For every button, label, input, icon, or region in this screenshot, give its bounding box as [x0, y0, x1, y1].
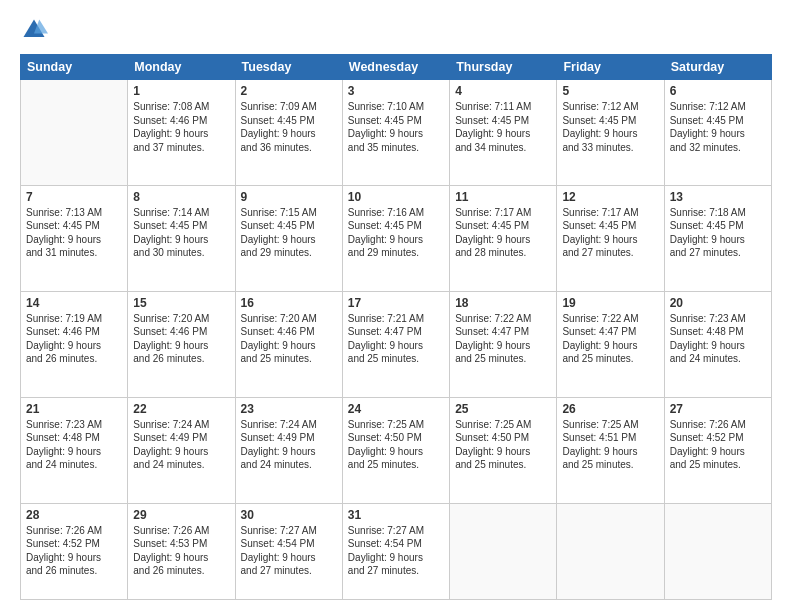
calendar-cell: 31Sunrise: 7:27 AM Sunset: 4:54 PM Dayli…	[342, 503, 449, 599]
calendar-cell: 23Sunrise: 7:24 AM Sunset: 4:49 PM Dayli…	[235, 397, 342, 503]
day-info: Sunrise: 7:16 AM Sunset: 4:45 PM Dayligh…	[348, 206, 444, 260]
calendar-cell: 30Sunrise: 7:27 AM Sunset: 4:54 PM Dayli…	[235, 503, 342, 599]
day-number: 3	[348, 84, 444, 98]
day-number: 23	[241, 402, 337, 416]
calendar-cell: 3Sunrise: 7:10 AM Sunset: 4:45 PM Daylig…	[342, 80, 449, 186]
day-info: Sunrise: 7:22 AM Sunset: 4:47 PM Dayligh…	[562, 312, 658, 366]
day-info: Sunrise: 7:26 AM Sunset: 4:52 PM Dayligh…	[670, 418, 766, 472]
calendar-cell: 11Sunrise: 7:17 AM Sunset: 4:45 PM Dayli…	[450, 185, 557, 291]
day-info: Sunrise: 7:20 AM Sunset: 4:46 PM Dayligh…	[241, 312, 337, 366]
day-number: 17	[348, 296, 444, 310]
calendar-cell: 5Sunrise: 7:12 AM Sunset: 4:45 PM Daylig…	[557, 80, 664, 186]
day-info: Sunrise: 7:24 AM Sunset: 4:49 PM Dayligh…	[241, 418, 337, 472]
calendar-cell	[21, 80, 128, 186]
calendar-cell: 22Sunrise: 7:24 AM Sunset: 4:49 PM Dayli…	[128, 397, 235, 503]
weekday-header-saturday: Saturday	[664, 55, 771, 80]
calendar-cell	[450, 503, 557, 599]
day-info: Sunrise: 7:26 AM Sunset: 4:53 PM Dayligh…	[133, 524, 229, 578]
weekday-header-monday: Monday	[128, 55, 235, 80]
header	[20, 16, 772, 44]
calendar-cell: 13Sunrise: 7:18 AM Sunset: 4:45 PM Dayli…	[664, 185, 771, 291]
calendar-cell: 25Sunrise: 7:25 AM Sunset: 4:50 PM Dayli…	[450, 397, 557, 503]
day-number: 6	[670, 84, 766, 98]
weekday-header-friday: Friday	[557, 55, 664, 80]
day-number: 11	[455, 190, 551, 204]
calendar-cell: 4Sunrise: 7:11 AM Sunset: 4:45 PM Daylig…	[450, 80, 557, 186]
calendar: SundayMondayTuesdayWednesdayThursdayFrid…	[20, 54, 772, 600]
day-info: Sunrise: 7:20 AM Sunset: 4:46 PM Dayligh…	[133, 312, 229, 366]
day-number: 4	[455, 84, 551, 98]
day-number: 26	[562, 402, 658, 416]
calendar-cell	[557, 503, 664, 599]
calendar-cell: 21Sunrise: 7:23 AM Sunset: 4:48 PM Dayli…	[21, 397, 128, 503]
day-info: Sunrise: 7:12 AM Sunset: 4:45 PM Dayligh…	[670, 100, 766, 154]
day-info: Sunrise: 7:23 AM Sunset: 4:48 PM Dayligh…	[26, 418, 122, 472]
day-info: Sunrise: 7:09 AM Sunset: 4:45 PM Dayligh…	[241, 100, 337, 154]
page: SundayMondayTuesdayWednesdayThursdayFrid…	[0, 0, 792, 612]
day-number: 31	[348, 508, 444, 522]
week-row-3: 14Sunrise: 7:19 AM Sunset: 4:46 PM Dayli…	[21, 291, 772, 397]
day-number: 21	[26, 402, 122, 416]
week-row-2: 7Sunrise: 7:13 AM Sunset: 4:45 PM Daylig…	[21, 185, 772, 291]
calendar-cell: 17Sunrise: 7:21 AM Sunset: 4:47 PM Dayli…	[342, 291, 449, 397]
day-number: 13	[670, 190, 766, 204]
calendar-cell: 14Sunrise: 7:19 AM Sunset: 4:46 PM Dayli…	[21, 291, 128, 397]
day-number: 29	[133, 508, 229, 522]
day-info: Sunrise: 7:25 AM Sunset: 4:51 PM Dayligh…	[562, 418, 658, 472]
day-number: 24	[348, 402, 444, 416]
calendar-cell: 24Sunrise: 7:25 AM Sunset: 4:50 PM Dayli…	[342, 397, 449, 503]
calendar-cell: 16Sunrise: 7:20 AM Sunset: 4:46 PM Dayli…	[235, 291, 342, 397]
day-info: Sunrise: 7:26 AM Sunset: 4:52 PM Dayligh…	[26, 524, 122, 578]
day-number: 16	[241, 296, 337, 310]
day-number: 9	[241, 190, 337, 204]
day-number: 7	[26, 190, 122, 204]
logo-icon	[20, 16, 48, 44]
day-number: 20	[670, 296, 766, 310]
weekday-header-thursday: Thursday	[450, 55, 557, 80]
day-info: Sunrise: 7:19 AM Sunset: 4:46 PM Dayligh…	[26, 312, 122, 366]
day-info: Sunrise: 7:13 AM Sunset: 4:45 PM Dayligh…	[26, 206, 122, 260]
day-info: Sunrise: 7:24 AM Sunset: 4:49 PM Dayligh…	[133, 418, 229, 472]
calendar-cell: 27Sunrise: 7:26 AM Sunset: 4:52 PM Dayli…	[664, 397, 771, 503]
calendar-cell: 29Sunrise: 7:26 AM Sunset: 4:53 PM Dayli…	[128, 503, 235, 599]
calendar-cell: 18Sunrise: 7:22 AM Sunset: 4:47 PM Dayli…	[450, 291, 557, 397]
day-info: Sunrise: 7:10 AM Sunset: 4:45 PM Dayligh…	[348, 100, 444, 154]
day-info: Sunrise: 7:27 AM Sunset: 4:54 PM Dayligh…	[241, 524, 337, 578]
calendar-cell: 10Sunrise: 7:16 AM Sunset: 4:45 PM Dayli…	[342, 185, 449, 291]
day-info: Sunrise: 7:21 AM Sunset: 4:47 PM Dayligh…	[348, 312, 444, 366]
day-info: Sunrise: 7:15 AM Sunset: 4:45 PM Dayligh…	[241, 206, 337, 260]
weekday-header-row: SundayMondayTuesdayWednesdayThursdayFrid…	[21, 55, 772, 80]
weekday-header-sunday: Sunday	[21, 55, 128, 80]
day-number: 30	[241, 508, 337, 522]
week-row-4: 21Sunrise: 7:23 AM Sunset: 4:48 PM Dayli…	[21, 397, 772, 503]
calendar-cell: 7Sunrise: 7:13 AM Sunset: 4:45 PM Daylig…	[21, 185, 128, 291]
day-number: 5	[562, 84, 658, 98]
day-info: Sunrise: 7:27 AM Sunset: 4:54 PM Dayligh…	[348, 524, 444, 578]
day-number: 18	[455, 296, 551, 310]
day-number: 2	[241, 84, 337, 98]
day-number: 10	[348, 190, 444, 204]
day-info: Sunrise: 7:08 AM Sunset: 4:46 PM Dayligh…	[133, 100, 229, 154]
calendar-cell: 9Sunrise: 7:15 AM Sunset: 4:45 PM Daylig…	[235, 185, 342, 291]
day-info: Sunrise: 7:11 AM Sunset: 4:45 PM Dayligh…	[455, 100, 551, 154]
day-info: Sunrise: 7:25 AM Sunset: 4:50 PM Dayligh…	[455, 418, 551, 472]
week-row-1: 1Sunrise: 7:08 AM Sunset: 4:46 PM Daylig…	[21, 80, 772, 186]
day-number: 12	[562, 190, 658, 204]
calendar-cell: 15Sunrise: 7:20 AM Sunset: 4:46 PM Dayli…	[128, 291, 235, 397]
day-number: 27	[670, 402, 766, 416]
day-info: Sunrise: 7:25 AM Sunset: 4:50 PM Dayligh…	[348, 418, 444, 472]
day-info: Sunrise: 7:17 AM Sunset: 4:45 PM Dayligh…	[455, 206, 551, 260]
day-info: Sunrise: 7:12 AM Sunset: 4:45 PM Dayligh…	[562, 100, 658, 154]
calendar-cell: 28Sunrise: 7:26 AM Sunset: 4:52 PM Dayli…	[21, 503, 128, 599]
day-number: 15	[133, 296, 229, 310]
calendar-cell: 1Sunrise: 7:08 AM Sunset: 4:46 PM Daylig…	[128, 80, 235, 186]
day-info: Sunrise: 7:23 AM Sunset: 4:48 PM Dayligh…	[670, 312, 766, 366]
day-number: 28	[26, 508, 122, 522]
calendar-cell: 20Sunrise: 7:23 AM Sunset: 4:48 PM Dayli…	[664, 291, 771, 397]
week-row-5: 28Sunrise: 7:26 AM Sunset: 4:52 PM Dayli…	[21, 503, 772, 599]
day-number: 8	[133, 190, 229, 204]
logo	[20, 16, 52, 44]
day-info: Sunrise: 7:14 AM Sunset: 4:45 PM Dayligh…	[133, 206, 229, 260]
day-number: 14	[26, 296, 122, 310]
calendar-cell: 2Sunrise: 7:09 AM Sunset: 4:45 PM Daylig…	[235, 80, 342, 186]
